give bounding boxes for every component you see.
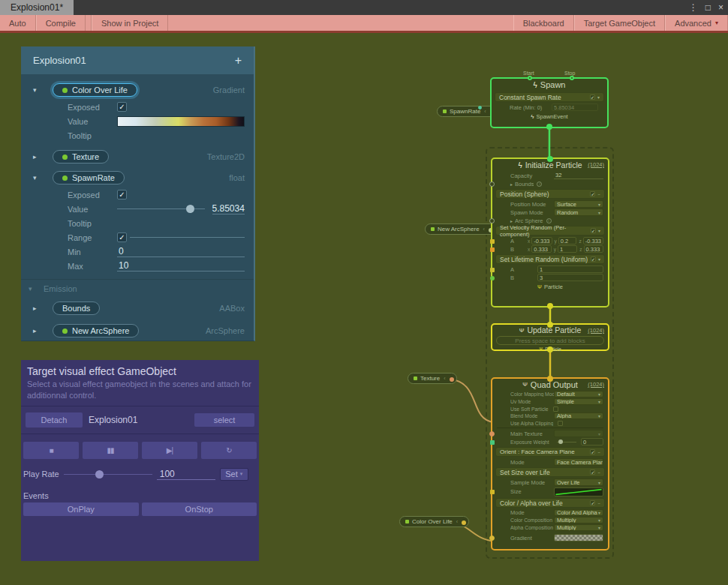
lifetime-b-field[interactable]: 3	[537, 274, 603, 281]
add-blocks-placeholder[interactable]: Press space to add blocks	[496, 336, 604, 345]
stop-button[interactable]: ■	[23, 442, 79, 459]
velocity-a-x-field[interactable]: -0.333	[531, 237, 552, 244]
window-tab[interactable]: Explosion01*	[0, 0, 74, 15]
property-pill-new-arcsphere[interactable]: New ArcSphere	[53, 324, 139, 338]
exposure-weight-port[interactable]	[490, 440, 495, 445]
rate-input-port[interactable]	[478, 106, 482, 110]
initialize-particle-node[interactable]: ϟInitialize Particle(1024) Capacity 32 ▸…	[491, 158, 609, 308]
position-sphere-block[interactable]: Position (Sphere) ✓−	[495, 189, 605, 199]
chevron-right-icon[interactable]: ▸	[33, 327, 37, 334]
block-enable-checkbox[interactable]: ✓	[590, 191, 595, 196]
alpha-composition-dropdown[interactable]: Multiply▾	[554, 524, 603, 531]
param-node-colorlife[interactable]: Color Over Life ‹	[399, 516, 469, 527]
chevron-down-icon[interactable]: ▾	[598, 228, 600, 233]
set-size-block[interactable]: Set Size over Life ✓−	[495, 467, 605, 477]
soft-particle-checkbox[interactable]	[553, 406, 558, 412]
chevron-down-icon[interactable]: ▾	[33, 86, 37, 94]
play-rate-slider[interactable]	[64, 474, 152, 475]
block-enable-checkbox[interactable]: ✓	[590, 94, 595, 100]
collapse-icon[interactable]: −	[597, 192, 600, 196]
spawnevent-port[interactable]	[546, 124, 552, 130]
velocity-a-y-field[interactable]: 0.2	[558, 237, 577, 244]
chevron-down-icon[interactable]: ▾	[598, 256, 600, 262]
chevron-down-icon[interactable]: ▾	[597, 94, 600, 100]
block-enable-checkbox[interactable]: ✓	[590, 470, 595, 475]
position-mode-dropdown[interactable]: Surface▾	[554, 200, 603, 208]
velocity-b-y-field[interactable]: 1	[558, 245, 577, 253]
onplay-button[interactable]: OnPlay	[23, 502, 139, 516]
gradient-value-field[interactable]	[117, 116, 245, 127]
capacity-count-link[interactable]: (1024)	[588, 381, 604, 388]
collapse-icon[interactable]: −	[597, 501, 600, 506]
main-texture-port[interactable]	[489, 431, 495, 436]
select-button[interactable]: select	[194, 413, 254, 427]
exposure-weight-field[interactable]: 0	[581, 438, 603, 446]
set-lifetime-random-block[interactable]: Set Lifetime Random (Uniform) ✓▾	[495, 254, 605, 264]
param-node-spawnrate[interactable]: SpawnRate ‹	[437, 106, 498, 117]
block-enable-checkbox[interactable]: ✓	[590, 500, 595, 506]
capacity-field[interactable]: 32	[554, 172, 603, 179]
property-pill-color-over-life[interactable]: Color Over Life	[53, 83, 137, 97]
collapse-icon[interactable]: −	[597, 450, 600, 454]
exposed-checkbox[interactable]: ✓	[117, 102, 127, 112]
slider-knob[interactable]	[558, 440, 563, 444]
advanced-dropdown-button[interactable]: Advanced▾	[665, 15, 728, 31]
property-pill-texture[interactable]: Texture	[53, 150, 109, 164]
velocity-a-z-field[interactable]: -0.333	[583, 237, 603, 244]
max-field[interactable]: 10	[117, 260, 245, 272]
orient-block[interactable]: Orient : Face Camera Plane ✓−	[495, 447, 605, 457]
lifetime-b-port[interactable]	[490, 276, 495, 280]
arcsphere-input-port[interactable]	[489, 218, 495, 224]
capacity-count-link[interactable]: (1024)	[588, 327, 604, 334]
property-pill-spawnrate[interactable]: SpawnRate	[53, 171, 125, 184]
exposed-checkbox[interactable]: ✓	[117, 190, 127, 200]
gradient-preview-field[interactable]	[554, 534, 603, 542]
collapse-icon[interactable]: ‹	[483, 226, 485, 232]
orient-mode-dropdown[interactable]: Face Camera Plane▾	[554, 458, 603, 466]
show-in-project-button[interactable]: Show in Project	[92, 15, 168, 31]
auto-button[interactable]: Auto	[0, 15, 36, 31]
collapse-icon[interactable]: ‹	[444, 376, 445, 381]
size-port[interactable]	[490, 490, 495, 494]
spawn-node[interactable]: ϟSpawn Constant Spawn Rate ✓▾ Rate (Min:…	[490, 77, 609, 128]
category-emission[interactable]: ▾ Emission	[21, 279, 254, 297]
velocity-b-port[interactable]	[490, 248, 495, 252]
color-alpha-block[interactable]: Color / Alpha over Life ✓−	[495, 498, 605, 508]
pause-button[interactable]: ▮▮	[83, 442, 138, 459]
collapse-icon[interactable]: ‹	[456, 519, 458, 524]
chevron-right-icon[interactable]: ▸	[510, 218, 513, 224]
chevron-right-icon[interactable]: ▸	[510, 182, 513, 187]
chevron-down-icon[interactable]: ▾	[33, 174, 37, 182]
slider-knob[interactable]	[186, 205, 194, 213]
property-pill-bounds[interactable]: Bounds	[53, 302, 100, 315]
chevron-right-icon[interactable]: ▸	[33, 153, 37, 160]
play-rate-field[interactable]: 100	[157, 469, 215, 480]
block-enable-checkbox[interactable]: ✓	[590, 449, 595, 454]
output-port[interactable]	[450, 377, 454, 382]
rate-value-field[interactable]: 5.85034	[552, 104, 598, 111]
mode-dropdown[interactable]: Color And Alpha▾	[554, 509, 603, 516]
detach-button[interactable]: Detach	[26, 412, 83, 428]
step-button[interactable]: ▶|	[142, 442, 197, 459]
set-button[interactable]: Set▾	[220, 468, 248, 481]
alpha-clipping-checkbox[interactable]	[558, 421, 563, 426]
color-composition-dropdown[interactable]: Multiply▾	[554, 517, 603, 524]
bounds-input-port[interactable]	[489, 182, 495, 187]
set-velocity-random-block[interactable]: Set Velocity Random (Per-component) ✓▾	[495, 226, 605, 236]
velocity-b-z-field[interactable]: 0.333	[584, 245, 603, 253]
size-curve-field[interactable]	[554, 488, 603, 496]
chevron-right-icon[interactable]: ▸	[33, 304, 37, 312]
collapse-icon[interactable]: −	[597, 470, 600, 475]
block-enable-checkbox[interactable]: ✓	[591, 228, 596, 233]
exposure-weight-slider[interactable]	[557, 442, 576, 442]
collapse-icon[interactable]: ‹	[484, 109, 486, 114]
block-enable-checkbox[interactable]: ✓	[591, 256, 596, 262]
param-node-texture[interactable]: Texture ‹	[408, 373, 457, 384]
param-node-arcsphere[interactable]: New ArcSphere ‹	[425, 224, 496, 235]
value-slider[interactable]	[117, 208, 205, 209]
spawn-mode-dropdown[interactable]: Random▾	[554, 208, 603, 216]
velocity-b-x-field[interactable]: 0.333	[531, 245, 551, 253]
capacity-count-link[interactable]: (1024)	[588, 161, 604, 168]
blend-mode-dropdown[interactable]: Alpha▾	[554, 412, 603, 419]
restart-button[interactable]: ↻	[201, 442, 257, 459]
